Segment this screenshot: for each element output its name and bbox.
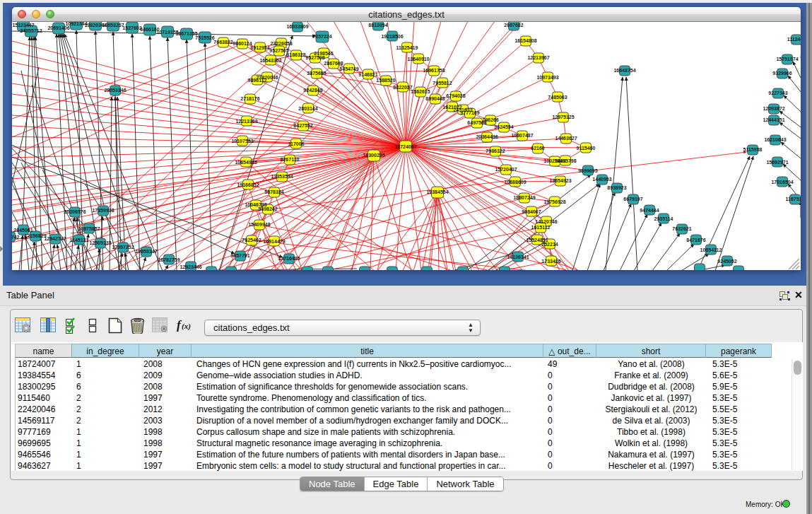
svg-text:20691406: 20691406 (47, 25, 69, 30)
svg-text:8938923: 8938923 (607, 185, 626, 190)
svg-text:10653267: 10653267 (102, 23, 124, 28)
svg-text:12505135: 12505135 (89, 240, 111, 245)
svg-text:12156829: 12156829 (24, 233, 46, 238)
svg-text:16648754: 16648754 (613, 68, 635, 73)
svg-text:1167533: 1167533 (786, 197, 801, 201)
svg-text:(x): (x) (182, 322, 191, 331)
svg-text:19218506: 19218506 (381, 34, 403, 39)
svg-text:13716485: 13716485 (278, 256, 300, 261)
svg-text:12942737: 12942737 (44, 236, 66, 241)
svg-text:16782759: 16782759 (158, 257, 180, 262)
svg-text:8186328: 8186328 (286, 52, 305, 57)
svg-text:8454749: 8454749 (339, 66, 358, 71)
svg-text:12093872: 12093872 (763, 106, 784, 111)
svg-text:7515526: 7515526 (195, 35, 214, 40)
svg-text:9146821: 9146821 (358, 72, 377, 77)
svg-text:6794028: 6794028 (446, 93, 465, 98)
svg-text:8471676: 8471676 (686, 238, 705, 243)
svg-text:9084067: 9084067 (522, 209, 541, 214)
svg-text:12975125: 12975125 (552, 115, 574, 119)
svg-text:117006: 117006 (288, 141, 305, 146)
svg-text:18724007: 18724007 (394, 144, 416, 149)
svg-text:17359938: 17359938 (92, 208, 114, 213)
svg-text:16671355: 16671355 (175, 31, 197, 36)
svg-text:15751074: 15751074 (776, 57, 798, 62)
svg-text:8427552: 8427552 (293, 123, 312, 128)
svg-text:7955812: 7955812 (433, 81, 452, 86)
svg-text:8813054: 8813054 (368, 23, 387, 28)
svg-text:18300295: 18300295 (363, 153, 384, 158)
svg-text:16210643: 16210643 (764, 137, 786, 142)
svg-text:252214: 252214 (541, 242, 558, 247)
svg-text:9777169: 9777169 (460, 110, 479, 115)
svg-text:1440953: 1440953 (592, 177, 611, 182)
svg-text:15123447: 15123447 (12, 23, 34, 28)
svg-text:10975857: 10975857 (78, 226, 100, 231)
svg-text:2845061: 2845061 (13, 228, 33, 233)
svg-text:3911742: 3911742 (12, 235, 20, 240)
svg-text:62160: 62160 (531, 146, 545, 151)
svg-text:1733426: 1733426 (541, 259, 560, 264)
svg-text:15720407: 15720407 (495, 167, 517, 172)
svg-text:3875685: 3875685 (307, 71, 326, 76)
svg-text:12444151: 12444151 (763, 117, 784, 122)
svg-text:14120746: 14120746 (535, 219, 557, 224)
svg-text:7485063: 7485063 (548, 95, 567, 100)
svg-text:2867608: 2867608 (324, 61, 343, 66)
svg-text:1615112: 1615112 (531, 225, 551, 230)
svg-text:2198546: 2198546 (314, 51, 333, 56)
svg-text:1362615: 1362615 (411, 89, 430, 94)
svg-text:5878334: 5878334 (264, 189, 283, 194)
svg-text:19384554: 19384554 (426, 189, 448, 194)
svg-text:9860124: 9860124 (233, 41, 252, 46)
svg-text:7986322: 7986322 (486, 148, 505, 153)
svg-text:9242848: 9242848 (303, 88, 322, 93)
svg-text:8322037: 8322037 (393, 85, 412, 90)
svg-text:24055712: 24055712 (20, 28, 42, 33)
svg-text:23226058: 23226058 (270, 41, 292, 46)
svg-text:1145131: 1145131 (70, 238, 89, 243)
svg-text:9699695: 9699695 (578, 168, 597, 173)
svg-text:10958147: 10958147 (135, 249, 157, 254)
svg-text:19756928: 19756928 (543, 199, 565, 204)
svg-text:2935114: 2935114 (654, 216, 673, 221)
svg-text:10654112: 10654112 (700, 247, 722, 252)
svg-text:9457791: 9457791 (230, 253, 249, 258)
svg-text:8990448: 8990448 (425, 96, 445, 101)
svg-text:10807487: 10807487 (511, 133, 533, 138)
svg-text:6679197: 6679197 (623, 197, 642, 201)
svg-text:2803144: 2803144 (298, 106, 317, 111)
svg-text:6497568: 6497568 (467, 120, 486, 125)
svg-text:7625402: 7625402 (242, 238, 261, 243)
svg-text:5498242: 5498242 (258, 206, 277, 211)
svg-text:18807249: 18807249 (513, 195, 535, 200)
svg-text:8912954: 8912954 (250, 45, 269, 50)
svg-text:7663822: 7663822 (213, 40, 233, 45)
svg-text:15692971: 15692971 (766, 160, 788, 165)
svg-text:12213967: 12213967 (527, 55, 549, 60)
svg-text:17957252: 17957252 (112, 245, 134, 250)
svg-text:12923446: 12923446 (180, 264, 201, 269)
svg-text:2087682: 2087682 (504, 23, 523, 28)
svg-text:16914479: 16914479 (263, 239, 285, 244)
svg-text:16543362: 16543362 (259, 58, 281, 63)
svg-text:15409948: 15409948 (248, 222, 270, 227)
svg-text:17016504: 17016504 (771, 180, 793, 185)
svg-text:10025433: 10025433 (543, 158, 565, 163)
svg-text:16961758: 16961758 (423, 68, 445, 73)
svg-text:7632621: 7632621 (672, 226, 691, 231)
svg-text:5115958: 5115958 (743, 147, 763, 152)
svg-text:2718176: 2718176 (240, 96, 259, 101)
svg-text:20364436: 20364436 (476, 134, 498, 139)
svg-text:9896112: 9896112 (248, 78, 267, 83)
svg-text:13353594: 13353594 (271, 174, 293, 179)
svg-text:10107553: 10107553 (231, 139, 253, 144)
svg-text:10973493: 10973493 (536, 75, 558, 80)
svg-text:9527508: 9527508 (305, 55, 324, 60)
svg-text:9329966: 9329966 (772, 71, 792, 76)
svg-text:9115460: 9115460 (577, 146, 596, 151)
svg-text:12213369: 12213369 (235, 119, 257, 124)
svg-text:13654923: 13654923 (549, 178, 571, 183)
svg-text:9474444: 9474444 (640, 208, 659, 213)
svg-text:1527602: 1527602 (122, 25, 141, 30)
